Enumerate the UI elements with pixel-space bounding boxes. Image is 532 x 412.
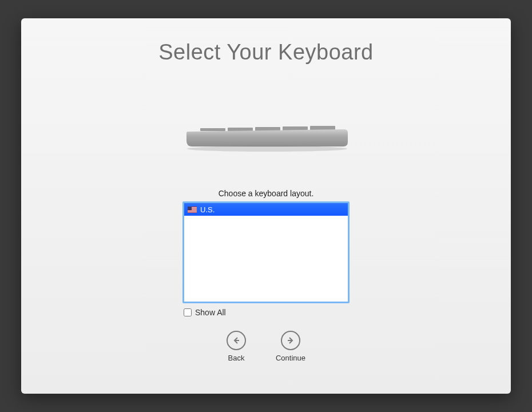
show-all-row: Show All (182, 308, 350, 317)
svg-rect-11 (188, 212, 197, 212)
keyboard-icon (183, 125, 349, 153)
show-all-label: Show All (195, 308, 226, 317)
svg-point-5 (187, 146, 347, 152)
back-label: Back (228, 354, 245, 362)
arrow-right-icon (281, 331, 300, 350)
continue-button[interactable]: Continue (276, 331, 305, 362)
us-flag-icon (188, 207, 197, 213)
layout-option-label: U.S. (200, 205, 215, 214)
nav-buttons: Back Continue (227, 331, 305, 362)
setup-assistant-window: Select Your Keyboard (21, 18, 511, 394)
svg-rect-1 (228, 128, 253, 131)
layout-option-us[interactable]: U.S. (184, 203, 348, 216)
back-button[interactable]: Back (227, 331, 246, 362)
keyboard-layout-list[interactable]: U.S. (182, 201, 350, 303)
svg-rect-0 (200, 128, 225, 131)
keyboard-illustration (183, 125, 349, 153)
page-title: Select Your Keyboard (158, 40, 374, 65)
svg-rect-10 (188, 211, 197, 211)
instruction-label: Choose a keyboard layout. (219, 189, 314, 198)
continue-label: Continue (276, 354, 305, 362)
svg-rect-12 (188, 207, 192, 210)
arrow-left-icon (227, 331, 246, 350)
show-all-checkbox[interactable] (184, 308, 192, 316)
